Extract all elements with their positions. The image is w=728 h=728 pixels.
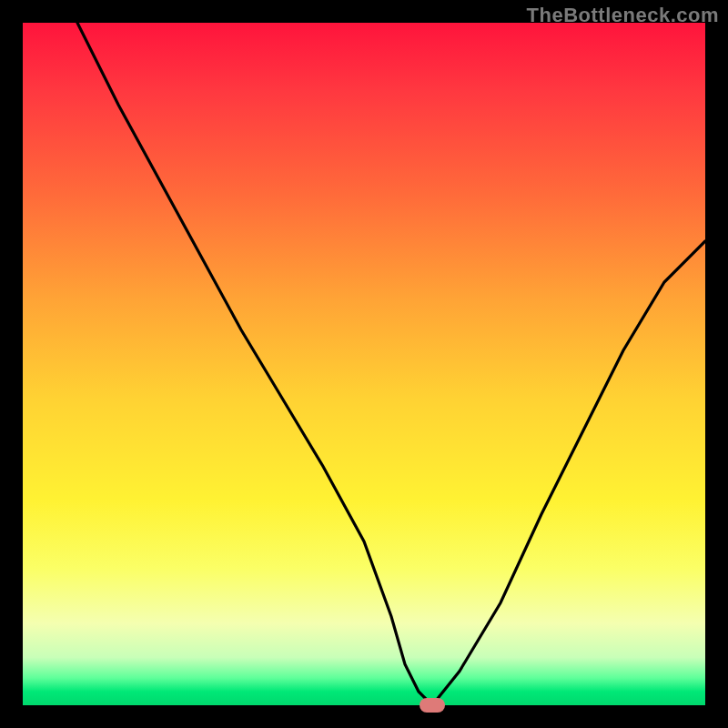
curve-path: [77, 23, 705, 705]
plot-area: [23, 23, 705, 705]
bottleneck-curve: [23, 23, 705, 705]
optimum-marker: [420, 698, 445, 713]
chart-frame: TheBottleneck.com: [0, 0, 728, 728]
watermark-text: TheBottleneck.com: [527, 4, 719, 27]
